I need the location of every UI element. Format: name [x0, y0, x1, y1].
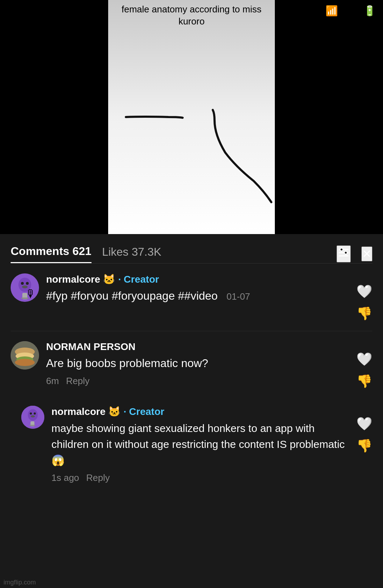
username-1: normalcore 🐱 · Creator	[46, 273, 349, 285]
heart-icon-1: 🤍	[356, 284, 372, 299]
reply-dislike-button[interactable]: 👎	[356, 438, 372, 453]
filter-button[interactable]	[337, 245, 351, 262]
reply-content-1: normalcore 🐱 · Creator maybe showing gia…	[51, 406, 349, 483]
svg-rect-2	[339, 255, 349, 256]
like-button-2[interactable]: 🤍	[356, 352, 372, 367]
video-drawing	[108, 0, 275, 234]
video-inner: female anatomy according to miss kuroro	[108, 0, 275, 234]
status-bar: 9:53 ✉ ☁ 🖼 📶 18% 🔋	[0, 0, 383, 21]
creator-badge-1: · Creator	[118, 274, 159, 285]
timestamp-1: 01-07	[227, 291, 250, 302]
comment-text-2: Are big boobs problematic now?	[46, 355, 349, 371]
svg-rect-11	[21, 298, 28, 299]
username-2: NORMAN PERSON	[46, 341, 349, 353]
reply-button-2[interactable]: Reply	[66, 376, 89, 387]
time-display: 9:53	[7, 5, 27, 16]
comments-header: Comments 621 Likes 37.3K ✕	[0, 234, 383, 263]
svg-point-4	[344, 251, 347, 254]
reply-text-1: maybe showing giant sexualized honkers t…	[51, 420, 349, 468]
svg-point-16	[15, 359, 35, 366]
watermark: imgflip.com	[4, 579, 36, 586]
reply-dislike-icon: 👎	[356, 438, 372, 453]
svg-point-20	[34, 412, 36, 415]
reply-heart-icon: 🤍	[356, 416, 372, 431]
reply-meta-1: 1s ago Reply	[51, 472, 349, 483]
svg-point-18	[28, 409, 38, 421]
comment-content-1: normalcore 🐱 · Creator #fyp #foryou #for…	[46, 273, 349, 304]
reply-like-button[interactable]: 🤍	[356, 416, 372, 431]
reply-reply-button[interactable]: Reply	[86, 472, 110, 483]
comment-time-2: 6m	[46, 376, 59, 387]
svg-point-21	[31, 415, 35, 417]
comment-meta-2: 6m Reply	[46, 376, 349, 387]
comment-item-2: NORMAN PERSON Are big boobs problematic …	[0, 331, 383, 399]
svg-point-8	[26, 282, 29, 285]
dislike-icon-1: 👎	[356, 306, 372, 321]
comments-tab[interactable]: Comments 621	[11, 245, 91, 263]
reply-comment-1: normalcore 🐱 · Creator maybe showing gia…	[0, 399, 383, 490]
comment-text-1: #fyp #foryou #foryoupage ##video 01-07	[46, 288, 349, 304]
svg-point-6	[18, 278, 31, 292]
reply-username-1: normalcore 🐱 · Creator	[51, 406, 349, 417]
svg-rect-23	[29, 425, 35, 426]
battery-icon: 🔋	[363, 5, 376, 17]
reply-creator-badge: · Creator	[123, 406, 164, 417]
heart-icon-2: 🤍	[356, 352, 372, 367]
svg-point-3	[340, 248, 343, 251]
likes-tab[interactable]: Likes 37.3K	[102, 245, 161, 263]
notification-icons: ✉ ☁ 🖼	[30, 5, 63, 17]
svg-point-7	[21, 282, 24, 285]
comment-content-2: NORMAN PERSON Are big boobs problematic …	[46, 341, 349, 387]
reply-actions-1: 🤍 👎	[356, 406, 372, 453]
svg-point-9	[22, 285, 28, 288]
avatar-normalcore-1	[11, 273, 39, 302]
battery-display: 18%	[341, 5, 361, 16]
reply-time-1: 1s ago	[51, 472, 79, 483]
avatar-normalcore-reply	[21, 406, 44, 429]
like-button-1[interactable]: 🤍	[356, 284, 372, 299]
comment-actions-1: 🤍 👎	[356, 273, 372, 321]
svg-point-19	[30, 412, 32, 415]
dislike-button-2[interactable]: 👎	[356, 374, 372, 389]
status-right: 📶 18% 🔋	[326, 5, 376, 17]
status-left: 9:53 ✉ ☁ 🖼	[7, 5, 63, 17]
comment-item-1: normalcore 🐱 · Creator #fyp #foryou #for…	[0, 264, 383, 331]
comments-panel: Comments 621 Likes 37.3K ✕	[0, 234, 383, 588]
header-icons: ✕	[337, 245, 372, 262]
dislike-button-1[interactable]: 👎	[356, 306, 372, 321]
close-button[interactable]: ✕	[361, 246, 372, 261]
signal-icon: 📶	[326, 5, 338, 17]
video-container: female anatomy according to miss kuroro	[0, 0, 383, 234]
avatar-norman	[11, 341, 39, 370]
dislike-icon-2: 👎	[356, 374, 372, 389]
comment-actions-2: 🤍 👎	[356, 341, 372, 389]
